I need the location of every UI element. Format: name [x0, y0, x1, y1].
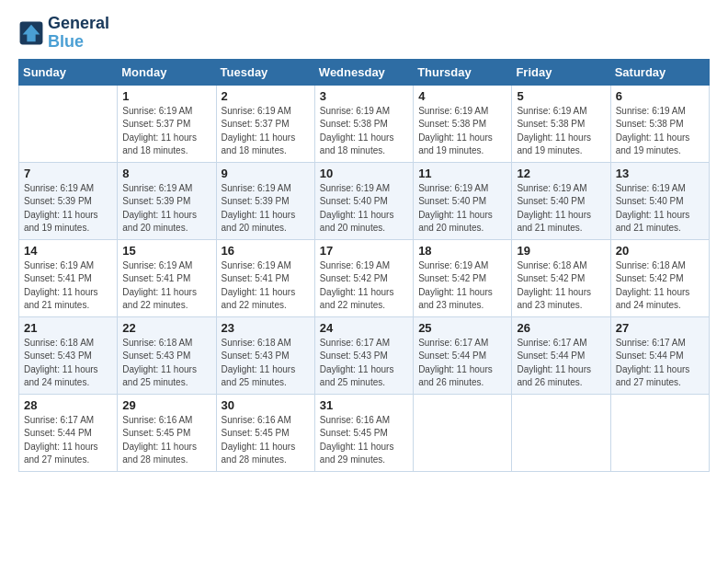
day-info: Sunrise: 6:19 AMSunset: 5:42 PMDaylight:…	[320, 259, 408, 313]
day-number: 19	[517, 244, 605, 258]
day-number: 18	[418, 244, 506, 258]
day-info: Sunrise: 6:17 AMSunset: 5:44 PMDaylight:…	[418, 337, 506, 390]
calendar-cell: 22Sunrise: 6:18 AMSunset: 5:43 PMDayligh…	[118, 316, 216, 394]
day-number: 24	[320, 321, 408, 335]
day-info: Sunrise: 6:19 AMSunset: 5:39 PMDaylight:…	[122, 182, 210, 236]
day-number: 20	[616, 244, 704, 258]
day-info: Sunrise: 6:19 AMSunset: 5:37 PMDaylight:…	[122, 105, 210, 158]
calendar-cell: 6Sunrise: 6:19 AMSunset: 5:38 PMDaylight…	[610, 85, 709, 162]
calendar-cell: 31Sunrise: 6:16 AMSunset: 5:45 PMDayligh…	[314, 394, 413, 471]
calendar-cell: 17Sunrise: 6:19 AMSunset: 5:42 PMDayligh…	[314, 239, 413, 316]
day-number: 6	[616, 89, 704, 103]
day-info: Sunrise: 6:18 AMSunset: 5:43 PMDaylight:…	[122, 337, 210, 390]
calendar-cell: 13Sunrise: 6:19 AMSunset: 5:40 PMDayligh…	[610, 162, 709, 239]
day-number: 12	[517, 167, 605, 180]
calendar-cell: 15Sunrise: 6:19 AMSunset: 5:41 PMDayligh…	[118, 239, 216, 316]
calendar-week-1: 1Sunrise: 6:19 AMSunset: 5:37 PMDaylight…	[19, 85, 710, 162]
calendar-cell: 28Sunrise: 6:17 AMSunset: 5:44 PMDayligh…	[19, 394, 118, 471]
weekday-header-tuesday: Tuesday	[216, 59, 314, 85]
day-info: Sunrise: 6:19 AMSunset: 5:42 PMDaylight:…	[418, 259, 506, 313]
day-info: Sunrise: 6:19 AMSunset: 5:41 PMDaylight:…	[24, 259, 112, 313]
weekday-header-sunday: Sunday	[19, 59, 118, 85]
day-info: Sunrise: 6:17 AMSunset: 5:44 PMDaylight:…	[616, 337, 704, 390]
calendar-cell: 1Sunrise: 6:19 AMSunset: 5:37 PMDaylight…	[118, 85, 216, 162]
day-number: 14	[24, 244, 112, 258]
day-number: 15	[122, 244, 210, 258]
calendar-cell: 8Sunrise: 6:19 AMSunset: 5:39 PMDaylight…	[118, 162, 216, 239]
calendar-cell: 2Sunrise: 6:19 AMSunset: 5:37 PMDaylight…	[216, 85, 314, 162]
day-info: Sunrise: 6:19 AMSunset: 5:38 PMDaylight:…	[320, 105, 408, 158]
day-number: 11	[418, 167, 506, 180]
calendar-cell: 3Sunrise: 6:19 AMSunset: 5:38 PMDaylight…	[314, 85, 413, 162]
calendar-cell: 19Sunrise: 6:18 AMSunset: 5:42 PMDayligh…	[512, 239, 610, 316]
day-number: 31	[320, 398, 408, 412]
calendar-cell	[414, 394, 512, 471]
weekday-header-saturday: Saturday	[610, 59, 709, 85]
day-number: 25	[418, 321, 506, 335]
calendar-cell: 29Sunrise: 6:16 AMSunset: 5:45 PMDayligh…	[118, 394, 216, 471]
day-number: 10	[320, 167, 408, 180]
calendar-cell: 27Sunrise: 6:17 AMSunset: 5:44 PMDayligh…	[610, 316, 709, 394]
calendar-cell	[19, 85, 118, 162]
day-info: Sunrise: 6:19 AMSunset: 5:41 PMDaylight:…	[222, 259, 310, 313]
day-number: 7	[24, 167, 112, 180]
day-info: Sunrise: 6:19 AMSunset: 5:39 PMDaylight:…	[24, 182, 112, 236]
day-info: Sunrise: 6:19 AMSunset: 5:38 PMDaylight:…	[616, 105, 704, 158]
day-number: 8	[122, 167, 210, 180]
weekday-header-wednesday: Wednesday	[314, 59, 413, 85]
day-number: 13	[616, 167, 704, 180]
logo-icon	[18, 20, 44, 46]
day-info: Sunrise: 6:19 AMSunset: 5:40 PMDaylight:…	[418, 182, 506, 236]
weekday-header-monday: Monday	[118, 59, 216, 85]
calendar-cell: 20Sunrise: 6:18 AMSunset: 5:42 PMDayligh…	[610, 239, 709, 316]
day-info: Sunrise: 6:19 AMSunset: 5:37 PMDaylight:…	[222, 105, 310, 158]
day-info: Sunrise: 6:16 AMSunset: 5:45 PMDaylight:…	[122, 414, 210, 467]
calendar-header-row: SundayMondayTuesdayWednesdayThursdayFrid…	[19, 59, 710, 85]
logo-text: General Blue	[48, 15, 109, 52]
calendar-cell: 5Sunrise: 6:19 AMSunset: 5:38 PMDaylight…	[512, 85, 610, 162]
day-info: Sunrise: 6:19 AMSunset: 5:39 PMDaylight:…	[222, 182, 310, 236]
day-number: 3	[320, 89, 408, 103]
calendar-cell	[610, 394, 709, 471]
day-number: 23	[222, 321, 310, 335]
day-number: 30	[222, 398, 310, 412]
calendar-cell: 23Sunrise: 6:18 AMSunset: 5:43 PMDayligh…	[216, 316, 314, 394]
day-number: 4	[418, 89, 506, 103]
calendar-week-5: 28Sunrise: 6:17 AMSunset: 5:44 PMDayligh…	[19, 394, 710, 471]
calendar-cell: 24Sunrise: 6:17 AMSunset: 5:43 PMDayligh…	[314, 316, 413, 394]
day-info: Sunrise: 6:19 AMSunset: 5:40 PMDaylight:…	[616, 182, 704, 236]
day-info: Sunrise: 6:16 AMSunset: 5:45 PMDaylight:…	[320, 414, 408, 467]
calendar-cell: 18Sunrise: 6:19 AMSunset: 5:42 PMDayligh…	[414, 239, 512, 316]
day-info: Sunrise: 6:18 AMSunset: 5:42 PMDaylight:…	[616, 259, 704, 313]
day-info: Sunrise: 6:19 AMSunset: 5:38 PMDaylight:…	[418, 105, 506, 158]
day-info: Sunrise: 6:17 AMSunset: 5:44 PMDaylight:…	[517, 337, 605, 390]
calendar-cell: 11Sunrise: 6:19 AMSunset: 5:40 PMDayligh…	[414, 162, 512, 239]
day-info: Sunrise: 6:17 AMSunset: 5:44 PMDaylight:…	[24, 414, 112, 467]
day-info: Sunrise: 6:18 AMSunset: 5:43 PMDaylight:…	[24, 337, 112, 390]
day-info: Sunrise: 6:19 AMSunset: 5:41 PMDaylight:…	[122, 259, 210, 313]
day-number: 9	[222, 167, 310, 180]
day-number: 2	[222, 89, 310, 103]
day-info: Sunrise: 6:19 AMSunset: 5:38 PMDaylight:…	[517, 105, 605, 158]
calendar-table: SundayMondayTuesdayWednesdayThursdayFrid…	[18, 59, 710, 472]
day-number: 28	[24, 398, 112, 412]
calendar-cell: 12Sunrise: 6:19 AMSunset: 5:40 PMDayligh…	[512, 162, 610, 239]
day-number: 26	[517, 321, 605, 335]
logo: General Blue	[18, 15, 109, 52]
calendar-cell: 14Sunrise: 6:19 AMSunset: 5:41 PMDayligh…	[19, 239, 118, 316]
calendar-cell: 25Sunrise: 6:17 AMSunset: 5:44 PMDayligh…	[414, 316, 512, 394]
day-info: Sunrise: 6:17 AMSunset: 5:43 PMDaylight:…	[320, 337, 408, 390]
calendar-cell: 9Sunrise: 6:19 AMSunset: 5:39 PMDaylight…	[216, 162, 314, 239]
calendar-cell: 16Sunrise: 6:19 AMSunset: 5:41 PMDayligh…	[216, 239, 314, 316]
day-number: 29	[122, 398, 210, 412]
day-number: 1	[122, 89, 210, 103]
calendar-week-4: 21Sunrise: 6:18 AMSunset: 5:43 PMDayligh…	[19, 316, 710, 394]
page-header: General Blue	[18, 15, 710, 52]
calendar-cell: 30Sunrise: 6:16 AMSunset: 5:45 PMDayligh…	[216, 394, 314, 471]
day-number: 21	[24, 321, 112, 335]
calendar-cell: 7Sunrise: 6:19 AMSunset: 5:39 PMDaylight…	[19, 162, 118, 239]
calendar-cell: 10Sunrise: 6:19 AMSunset: 5:40 PMDayligh…	[314, 162, 413, 239]
calendar-week-3: 14Sunrise: 6:19 AMSunset: 5:41 PMDayligh…	[19, 239, 710, 316]
day-number: 22	[122, 321, 210, 335]
weekday-header-thursday: Thursday	[414, 59, 512, 85]
